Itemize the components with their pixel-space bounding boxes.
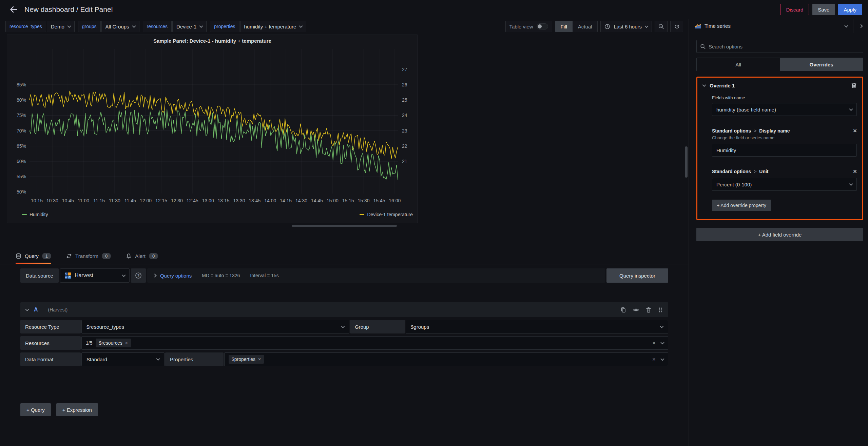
add-expression-button[interactable]: + Expression: [56, 403, 98, 416]
variable-label: resources: [147, 24, 168, 29]
back-button[interactable]: [6, 2, 21, 17]
timeseries-panel: Sample Panel: Device-1 - humidity + temp…: [7, 35, 418, 223]
hide-query-button[interactable]: [633, 307, 639, 313]
chevron-down-icon[interactable]: [660, 341, 664, 344]
options-search: [696, 40, 863, 53]
zoom-out-button[interactable]: [655, 21, 668, 32]
visualization-picker[interactable]: Time series: [689, 19, 868, 33]
scrollbar-thumb[interactable]: [685, 146, 688, 178]
add-query-button[interactable]: + Query: [20, 403, 51, 416]
svg-text:65%: 65%: [17, 143, 26, 149]
svg-text:75%: 75%: [17, 113, 26, 118]
variable-value-dropdown[interactable]: humidity + temperature: [240, 21, 307, 32]
group-select[interactable]: $groups: [406, 320, 668, 333]
chevron-down-icon: [132, 24, 136, 28]
svg-text:13:45: 13:45: [249, 198, 261, 203]
table-view-control: Table view: [505, 21, 552, 32]
svg-text:50%: 50%: [17, 189, 26, 195]
zoom-out-icon: [658, 24, 664, 29]
variable-value-dropdown[interactable]: Demo: [47, 21, 75, 32]
svg-text:13:00: 13:00: [202, 198, 214, 203]
tab-transform[interactable]: Transform 0: [66, 248, 111, 264]
svg-text:70%: 70%: [17, 128, 26, 134]
properties-multiselect[interactable]: $properties × ×: [224, 352, 668, 366]
add-field-override-button[interactable]: + Add field override: [696, 228, 863, 241]
collapse-chevron-icon[interactable]: [702, 83, 706, 87]
display-name-input[interactable]: [712, 144, 857, 157]
remove-property-button[interactable]: ×: [853, 127, 857, 134]
drag-handle-icon[interactable]: [658, 307, 663, 313]
search-icon: [700, 44, 706, 49]
discard-button[interactable]: Discard: [780, 4, 809, 15]
property-group: Standard options: [712, 128, 751, 134]
apply-button[interactable]: Apply: [838, 4, 862, 15]
query-inspector-button[interactable]: Query inspector: [606, 268, 668, 283]
refresh-button[interactable]: [670, 21, 683, 32]
svg-text:22: 22: [402, 143, 407, 149]
svg-text:55%: 55%: [17, 174, 26, 179]
tab-count-badge: 0: [102, 253, 111, 259]
clear-field-icon[interactable]: ×: [652, 340, 656, 346]
database-icon: [16, 253, 21, 259]
bell-icon: [126, 253, 132, 259]
svg-text:23: 23: [402, 128, 407, 134]
matcher-select[interactable]: humidity (base field name): [712, 103, 857, 116]
timeseries-chart[interactable]: 85%80%75%70%65%60%55%50%2726252423222110…: [7, 46, 418, 211]
options-sidebar: Time series All Overrides: [689, 19, 868, 446]
interval-note: Interval = 15s: [250, 273, 278, 278]
datasource-icon: [64, 272, 71, 279]
legend-item-temperature[interactable]: Device-1 temperature: [360, 212, 413, 217]
svg-text:14:15: 14:15: [280, 198, 292, 203]
resize-handle[interactable]: [292, 225, 397, 227]
delete-override-button[interactable]: [851, 82, 857, 88]
actual-option[interactable]: Actual: [573, 21, 598, 32]
table-view-toggle[interactable]: [537, 23, 548, 29]
tab-alert[interactable]: Alert 0: [126, 248, 158, 264]
svg-text:25: 25: [402, 97, 407, 103]
clear-field-icon[interactable]: ×: [652, 357, 656, 362]
delete-query-button[interactable]: [646, 307, 651, 313]
svg-text:10:15: 10:15: [31, 198, 43, 203]
resources-multiselect[interactable]: 1/5 $resources × ×: [81, 336, 668, 350]
query-options-strip: Query options MD = auto = 1326 Interval …: [147, 268, 605, 283]
remove-property-button[interactable]: ×: [853, 168, 857, 175]
remove-chip-icon[interactable]: ×: [125, 340, 128, 346]
chevron-down-icon: [67, 24, 71, 28]
fill-option[interactable]: Fill: [555, 21, 573, 32]
svg-text:13:15: 13:15: [218, 198, 230, 203]
query-header[interactable]: A (Harvest): [20, 302, 668, 317]
datasource-help-button[interactable]: ?: [131, 268, 146, 283]
query-footer-buttons: + Query + Expression: [20, 403, 689, 416]
override-1-card: Override 1 Fields with name humidity (ba…: [696, 77, 863, 220]
data-format-select[interactable]: Standard: [81, 352, 165, 366]
add-override-property-button[interactable]: + Add override property: [712, 200, 771, 211]
collapse-options-button[interactable]: [853, 19, 868, 33]
data-format-row: Data Format Standard Properties $propert…: [20, 352, 668, 366]
legend-item-humidity[interactable]: Humidity: [22, 212, 48, 217]
chevron-down-icon[interactable]: [660, 357, 664, 361]
datasource-picker[interactable]: Harvest: [60, 268, 130, 283]
svg-text:12:00: 12:00: [140, 198, 152, 203]
svg-text:21: 21: [402, 159, 407, 164]
duplicate-query-button[interactable]: [620, 307, 626, 313]
tab-count-badge: 1: [42, 253, 51, 259]
query-options-link[interactable]: Query options: [160, 273, 192, 279]
variable-value-dropdown[interactable]: All Groups: [101, 21, 139, 32]
chevron-down-icon: [849, 182, 853, 186]
variable-properties: properties humidity + temperature: [210, 21, 306, 32]
resource-type-select[interactable]: $resource_types: [81, 320, 349, 333]
variable-value-dropdown[interactable]: Device-1: [172, 21, 207, 32]
max-data-points-note: MD = auto = 1326: [202, 273, 240, 278]
options-search-input[interactable]: [709, 44, 860, 49]
tab-query[interactable]: Query 1: [16, 248, 51, 264]
tab-all-options[interactable]: All: [697, 58, 780, 71]
legend-swatch: [360, 214, 364, 215]
remove-chip-icon[interactable]: ×: [258, 357, 261, 362]
main-area: resource_types Demo groups All Groups re…: [0, 19, 689, 446]
editor-tabs: Query 1 Transform 0 Alert 0: [0, 248, 689, 264]
save-button[interactable]: Save: [812, 4, 835, 15]
query-ref-id: A: [34, 307, 38, 313]
time-range-picker[interactable]: Last 6 hours: [600, 21, 652, 32]
unit-select[interactable]: Percent (0-100): [712, 178, 857, 191]
tab-overrides[interactable]: Overrides: [780, 58, 863, 71]
